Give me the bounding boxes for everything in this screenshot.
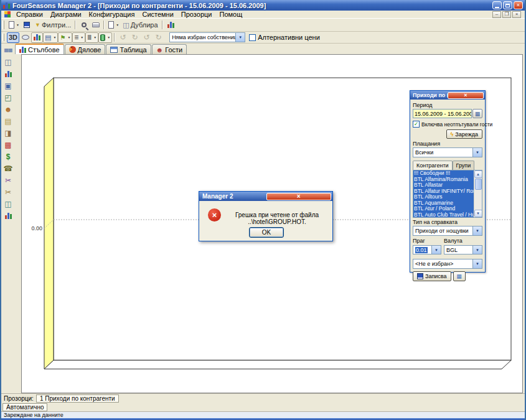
folders-icon[interactable]: ▤ xyxy=(2,116,14,126)
horizontal-grid-button[interactable]: ≡▼ xyxy=(72,32,85,43)
calendar-grid-icon[interactable]: ▦▦ xyxy=(2,45,14,55)
list-item[interactable]: BTL Alfamina/Romania xyxy=(413,177,474,183)
chevron-down-icon[interactable]: ▼ xyxy=(116,23,119,27)
print-button[interactable] xyxy=(90,20,101,30)
report-type-combobox[interactable]: Приходи от нощувки ▼ xyxy=(413,226,482,236)
payments-combobox[interactable]: Всички ▼ xyxy=(413,147,482,157)
chevron-down-icon[interactable]: ▼ xyxy=(16,23,19,27)
chevron-down-icon[interactable]: ▼ xyxy=(235,33,245,42)
restore-button[interactable] xyxy=(503,1,512,9)
rotate-cw-button[interactable]: ↻ xyxy=(129,32,141,43)
mdi-minimize-button[interactable]: – xyxy=(492,11,501,18)
3d-toggle-button[interactable]: 3D xyxy=(7,32,19,43)
card-file-icon[interactable]: ◫ xyxy=(2,199,14,209)
cut-check-icon[interactable]: ✂ xyxy=(2,175,14,185)
menu-configuration[interactable]: Конфигурация xyxy=(85,11,139,18)
tab-bars[interactable]: Стълбове xyxy=(15,44,64,54)
list-item[interactable]: BTL Alltours xyxy=(413,194,474,200)
chart-button[interactable] xyxy=(165,20,177,30)
dialog-close-icon[interactable]: × xyxy=(266,193,332,200)
copy-sheets-icon[interactable]: ◫ xyxy=(2,57,14,67)
automatic-button[interactable]: Автоматично xyxy=(2,403,47,411)
menu-system[interactable]: Системни xyxy=(138,11,177,18)
duplicate-button[interactable]: ◫Дублира xyxy=(121,20,159,30)
chevron-down-icon[interactable]: ▼ xyxy=(472,259,482,268)
window-icon[interactable]: ▣ xyxy=(2,81,14,91)
chevron-down-icon[interactable]: ▼ xyxy=(107,35,110,39)
list-item[interactable]: BTL Alfastar xyxy=(413,182,474,189)
finance-icon[interactable]: $ xyxy=(2,152,14,162)
list-item[interactable]: BTL Alfatur INFINITY/ Romani xyxy=(413,189,474,195)
rotate-axis-right-button[interactable]: ↻ xyxy=(153,32,164,43)
mdi-close-button[interactable]: × xyxy=(512,11,521,18)
chevron-down-icon[interactable]: ▼ xyxy=(53,35,56,39)
mdi-restore-button[interactable]: ❐ xyxy=(502,11,511,18)
legend-button[interactable]: ▤▼ xyxy=(43,32,58,43)
rotate-ccw-button[interactable]: ↺ xyxy=(117,32,129,43)
cut-coin-icon[interactable]: ✂ xyxy=(2,187,14,197)
toolbar-grip[interactable] xyxy=(2,34,4,42)
panel-close-icon[interactable]: × xyxy=(448,92,484,99)
currency-combobox[interactable]: BGL ▼ xyxy=(444,245,482,254)
child-window-icon[interactable] xyxy=(4,11,11,17)
ledger-icon[interactable]: ◨ xyxy=(2,128,14,138)
scrollbar-thumb[interactable] xyxy=(475,179,482,190)
list-item[interactable]: BTL Atur / Poland xyxy=(413,206,474,212)
save-button[interactable] xyxy=(21,20,33,30)
menu-diagrams[interactable]: Диаграми xyxy=(47,11,85,18)
chart-report-icon[interactable] xyxy=(2,69,14,79)
grid-options-button[interactable]: ▦ xyxy=(453,271,466,281)
minimize-button[interactable] xyxy=(492,1,502,9)
toolbar-grip[interactable] xyxy=(2,21,4,29)
vertical-grid-button[interactable]: Ⅲ▼ xyxy=(85,32,98,43)
period-field[interactable]: 15.06.2009 - 15.06.2009 xyxy=(413,109,472,118)
values-button[interactable] xyxy=(31,32,43,43)
menu-help[interactable]: Помощ xyxy=(215,11,246,18)
chevron-down-icon[interactable]: ▼ xyxy=(472,226,482,235)
list-item[interactable]: BTL Aquamarine xyxy=(413,200,474,207)
filters-button[interactable]: ▼Филтри... xyxy=(33,20,73,30)
chevron-down-icon[interactable]: ▼ xyxy=(80,35,83,39)
list-item[interactable]: !!! Свободни !!! xyxy=(413,170,474,177)
template-combobox[interactable]: <Не е избран> ▼ xyxy=(413,259,482,269)
new-report-button[interactable]: ▼ xyxy=(7,20,21,30)
close-button[interactable]: × xyxy=(514,1,523,9)
print-preview-button[interactable] xyxy=(78,20,90,30)
rotate-axis-left-button[interactable]: ↺ xyxy=(141,32,153,43)
chevron-down-icon[interactable]: ▼ xyxy=(67,35,70,39)
tab-pie[interactable]: Дялове xyxy=(65,44,106,54)
report-window-icon[interactable]: ◰ xyxy=(2,93,14,103)
ok-button[interactable]: OK xyxy=(249,227,284,238)
chevron-down-icon[interactable]: ▼ xyxy=(472,246,482,254)
copy-button[interactable]: ▼ xyxy=(106,20,121,30)
person-stats-icon[interactable] xyxy=(2,211,14,221)
alt-prices-option[interactable]: Алтернативни цени xyxy=(249,34,320,41)
save-report-button[interactable]: Записва xyxy=(413,271,451,281)
labels-button[interactable]: ⚑▼ xyxy=(58,32,72,43)
tab-contractors[interactable]: Контрагенти xyxy=(413,161,453,170)
owners-combobox[interactable]: Няма избран собственици ▼ xyxy=(169,32,245,42)
alt-prices-checkbox[interactable] xyxy=(249,34,256,41)
perspective-button[interactable] xyxy=(19,32,31,43)
chevron-down-icon[interactable]: ▼ xyxy=(431,246,441,254)
tab-table[interactable]: Таблица xyxy=(106,44,151,54)
calendar-button[interactable]: ▦ xyxy=(472,109,482,118)
rooms-grid-icon[interactable]: ▩ xyxy=(2,140,14,150)
bar-style-button[interactable]: ▼ xyxy=(98,32,112,43)
scroll-up-icon[interactable]: ▲ xyxy=(474,170,482,178)
chevron-down-icon[interactable]: ▼ xyxy=(472,148,482,157)
scroll-down-icon[interactable]: ▼ xyxy=(474,210,482,217)
phone-icon[interactable]: ☎ xyxy=(2,164,14,174)
list-item[interactable]: BTL Auto Club Travel / Hunga xyxy=(413,212,474,218)
menu-reports[interactable]: Справки xyxy=(12,11,47,18)
menu-windows[interactable]: Прозорци xyxy=(177,11,216,18)
window-list-button[interactable]: 1 Приходи по контрагенти xyxy=(36,394,119,403)
tab-guests[interactable]: ☻ Гости xyxy=(152,44,187,54)
list-scrollbar[interactable]: ▲ ▼ xyxy=(474,170,482,217)
threshold-combobox[interactable]: 0.01 ▼ xyxy=(413,245,441,254)
include-guests-option[interactable]: ✓ Включва неотпътували гости xyxy=(413,121,482,128)
guests-icon[interactable]: ☻ xyxy=(2,105,14,114)
include-guests-checkbox[interactable]: ✓ xyxy=(413,121,420,128)
contractors-listbox[interactable]: !!! Свободни !!! BTL Alfamina/Romania BT… xyxy=(413,170,482,218)
chevron-down-icon[interactable]: ▼ xyxy=(93,35,96,39)
